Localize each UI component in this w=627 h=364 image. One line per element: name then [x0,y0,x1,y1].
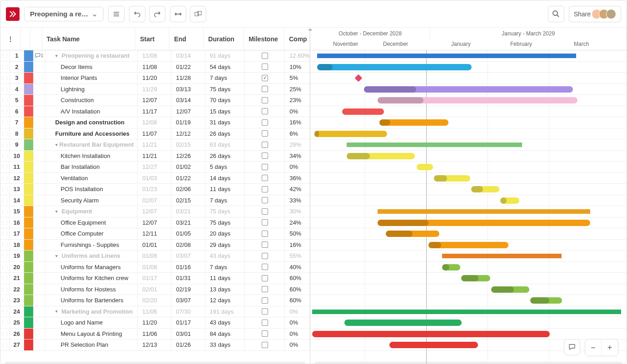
row-comment[interactable] [34,117,45,128]
splitter-handle[interactable]: ◂▸ [308,27,313,32]
milestone-checkbox[interactable] [262,330,268,337]
task-duration[interactable]: 54 days [205,62,245,73]
drag-handle[interactable]: ⋮⋮ [0,317,10,328]
task-start[interactable]: 12/27 [138,162,171,172]
drag-handle[interactable]: ⋮⋮ [0,284,10,295]
gantt-row[interactable] [310,217,627,229]
drag-handle[interactable]: ⋮⋮ [0,273,10,284]
task-start[interactable]: 01/01 [138,240,171,251]
task-end[interactable]: 01/31 [171,273,205,284]
task-duration[interactable]: 12 days [205,295,245,306]
collapse-icon[interactable]: ▾ [55,209,60,214]
gantt-task-bar[interactable] [347,153,415,159]
task-start[interactable]: 12/07 [138,95,171,106]
milestone-checkbox[interactable] [262,308,268,315]
collapse-icon[interactable]: ▾ [55,54,60,58]
gantt-task-bar[interactable] [442,264,460,271]
col-duration[interactable]: Duration [204,28,244,50]
milestone-checkbox[interactable] [262,142,268,148]
task-start[interactable]: 11/29 [138,84,171,95]
table-row[interactable]: ⋮⋮19▾Uniforms and Linens01/0803/0743 day… [0,251,310,262]
search-button[interactable] [548,6,564,22]
task-milestone[interactable] [245,339,285,350]
row-comment[interactable] [34,228,45,239]
task-name[interactable]: Office Equipment [45,217,138,228]
task-duration[interactable]: 7 days [205,73,245,84]
milestone-checkbox[interactable] [262,108,268,114]
drag-handle[interactable]: ⋮⋮ [0,84,10,95]
task-end[interactable]: 01/02 [171,162,205,172]
milestone-checkbox[interactable] [262,275,268,281]
task-duration[interactable]: 33 days [205,339,245,350]
task-start[interactable]: 12/13 [138,339,171,350]
row-comment[interactable] [34,273,45,284]
row-comment[interactable] [34,339,45,350]
task-completion[interactable]: 5% [285,73,310,84]
task-start[interactable]: 01/17 [138,273,171,284]
task-start[interactable]: 11/06 [138,306,171,317]
collapse-icon[interactable]: ▾ [55,254,60,258]
table-row[interactable]: ⋮⋮22Uniforms for Hostess02/0102/1913 day… [0,284,310,295]
task-start[interactable]: 11/20 [138,317,171,328]
gantt-task-bar[interactable] [317,64,472,70]
table-row[interactable]: ⋮⋮12Ventilation01/0301/2214 days36% [0,173,310,184]
drag-handle[interactable]: ⋮⋮ [0,329,10,339]
gantt-task-bar[interactable] [428,242,508,248]
task-completion[interactable]: 34% [285,151,310,162]
gantt-row[interactable] [310,173,627,184]
drag-handle[interactable]: ⋮⋮ [0,228,10,239]
drag-handle[interactable]: ⋮⋮ [0,151,10,162]
gantt-task-bar[interactable] [389,342,478,348]
row-comment[interactable] [34,329,45,339]
gantt-row[interactable] [310,184,627,195]
gantt-row[interactable] [310,206,627,217]
gantt-task-bar[interactable] [312,331,550,337]
gantt-task-bar[interactable] [344,320,462,326]
task-end[interactable]: 02/06 [171,184,205,195]
table-row[interactable]: ⋮⋮15▾Equipment12/0703/2175 days30% [0,206,310,217]
gantt-chart[interactable]: October - December 2028 January - March … [310,28,627,364]
task-milestone[interactable] [245,117,285,128]
milestone-checkbox[interactable] [262,175,268,181]
row-comment[interactable] [34,251,45,261]
task-end[interactable]: 12/07 [171,106,205,117]
task-completion[interactable]: 23% [285,95,310,106]
gantt-task-bar[interactable] [500,197,519,204]
task-completion[interactable]: 6% [285,128,310,139]
gantt-summary-bar[interactable] [347,143,522,147]
task-duration[interactable]: 11 days [205,184,245,195]
drag-handle[interactable]: ⋮⋮ [0,173,10,184]
task-start[interactable]: 11/06 [138,329,171,339]
milestone-checkbox[interactable] [262,130,268,137]
gantt-row[interactable] [310,151,627,162]
task-completion[interactable]: 55% [285,251,310,261]
gantt-task-bar[interactable] [434,175,470,182]
gantt-task-bar[interactable] [378,220,590,226]
task-name[interactable]: ▾Restaurant Bar Equipment [45,139,138,150]
task-name[interactable]: ▾Uniforms and Linens [45,251,138,261]
task-name[interactable]: A/V Installation [45,106,138,117]
task-duration[interactable]: 5 days [205,162,245,172]
task-milestone[interactable] [245,195,285,206]
project-selector[interactable]: Preopening a re… ⌄ [24,7,104,21]
gantt-row[interactable] [310,329,627,340]
task-end[interactable]: 07/30 [171,306,205,317]
table-row[interactable]: ⋮⋮27PR Selection Plan12/1301/2633 days0% [0,339,310,351]
table-row[interactable]: ⋮⋮10Kitchen Installation11/2112/2626 day… [0,151,310,162]
task-end[interactable]: 01/26 [171,339,205,350]
drag-handle[interactable]: ⋮⋮ [0,262,10,273]
share-button[interactable]: Share [569,6,621,22]
row-comment[interactable] [34,73,45,84]
milestone-checkbox[interactable] [262,97,268,103]
task-end[interactable]: 03/14 [171,95,205,106]
gantt-row[interactable] [310,128,627,140]
milestone-checkbox[interactable] [262,286,268,292]
task-milestone[interactable] [245,184,285,195]
drag-handle[interactable]: ⋮⋮ [0,73,10,84]
task-milestone[interactable]: ✓ [245,73,285,84]
milestone-checkbox[interactable] [262,320,268,326]
task-milestone[interactable] [245,217,285,228]
row-comment[interactable] [34,184,45,195]
task-name[interactable]: Bar Installation [45,162,138,172]
table-row[interactable]: ⋮⋮7Design and construction12/0801/1931 d… [0,117,310,128]
